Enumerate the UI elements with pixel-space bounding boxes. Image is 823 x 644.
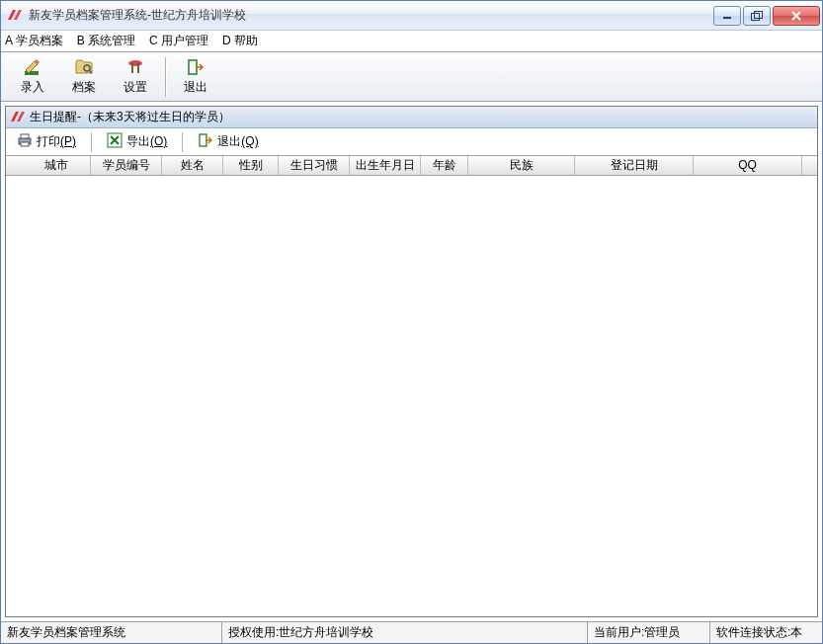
panel-titlebar: 生日提醒-（未来3天将过生日的学员） <box>6 107 817 128</box>
svg-rect-14 <box>200 134 206 146</box>
grid-column-header[interactable]: 生日习惯 <box>279 156 350 175</box>
toolbar-settings-label: 设置 <box>123 79 147 96</box>
panel-print-key: (P) <box>60 134 76 148</box>
panel-export-key: (O) <box>150 134 167 148</box>
grid-column-header[interactable]: 姓名 <box>162 156 223 175</box>
toolbar-settings-button[interactable]: 设置 <box>110 54 161 100</box>
menu-user-manage[interactable]: C 用户管理 <box>149 33 208 49</box>
svg-rect-11 <box>21 134 29 138</box>
svg-rect-2 <box>755 11 763 18</box>
toolbar-entry-button[interactable]: 录入 <box>7 54 58 100</box>
titlebar: 新友学员档案管理系统-世纪方舟培训学校 <box>1 1 822 31</box>
grid: 城市学员编号姓名性别生日习惯出生年月日年龄民族登记日期QQ <box>6 156 817 616</box>
eraser-icon <box>10 110 26 125</box>
grid-header: 城市学员编号姓名性别生日习惯出生年月日年龄民族登记日期QQ <box>6 156 817 176</box>
panel-toolbar: 打印(P) 导出(O) 退出(Q) <box>6 128 817 156</box>
panel-exit-button[interactable]: 退出(Q) <box>191 129 265 154</box>
grid-column-header[interactable]: 民族 <box>468 156 575 175</box>
exit-icon <box>186 57 206 77</box>
toolbar-archive-button[interactable]: 档案 <box>58 54 110 100</box>
pencil-icon <box>23 57 42 77</box>
close-icon <box>790 11 802 21</box>
panel-title-text: 生日提醒-（未来3天将过生日的学员） <box>30 109 230 125</box>
menu-student-archive[interactable]: A 学员档案 <box>5 33 63 49</box>
app-icon <box>7 8 23 24</box>
grid-column-header[interactable]: 出生年月日 <box>350 156 421 175</box>
toolbar-archive-label: 档案 <box>72 79 96 96</box>
panel-separator-1 <box>91 132 92 152</box>
toolbar-exit-label: 退出 <box>184 79 207 96</box>
main-toolbar: 录入 档案 设置 退出 <box>1 52 822 102</box>
excel-icon <box>107 132 123 151</box>
grid-column-header[interactable]: QQ <box>694 156 802 175</box>
panel-print-label: 打印 <box>37 134 60 148</box>
grid-column-header[interactable]: 学员编号 <box>91 156 162 175</box>
minimize-icon <box>722 11 732 21</box>
window-buttons <box>713 6 820 26</box>
toolbar-exit-button[interactable]: 退出 <box>170 54 221 100</box>
panel-exit-key: (Q) <box>241 134 258 148</box>
menu-help[interactable]: D 帮助 <box>222 33 258 49</box>
status-cell: 软件连接状态:本 <box>710 622 822 643</box>
inner-wrap: 生日提醒-（未来3天将过生日的学员） 打印(P) 导出(O) <box>1 102 822 621</box>
printer-icon <box>17 132 33 151</box>
svg-rect-7 <box>131 63 133 73</box>
settings-icon <box>125 57 145 77</box>
panel-export-button[interactable]: 导出(O) <box>100 129 174 154</box>
grid-row-selector-header[interactable] <box>6 156 22 175</box>
panel-separator-2 <box>182 132 183 152</box>
status-cell: 授权使用:世纪方舟培训学校 <box>222 622 588 643</box>
toolbar-separator <box>165 57 166 97</box>
maximize-icon <box>751 11 763 21</box>
folder-search-icon <box>74 57 94 77</box>
svg-point-6 <box>128 60 142 66</box>
panel-print-button[interactable]: 打印(P) <box>10 129 83 154</box>
svg-rect-12 <box>21 142 29 146</box>
close-button[interactable] <box>773 6 820 26</box>
grid-column-header[interactable]: 年龄 <box>421 156 468 175</box>
exit-icon <box>198 132 213 151</box>
window-title: 新友学员档案管理系统-世纪方舟培训学校 <box>29 7 713 24</box>
statusbar: 新友学员档案管理系统授权使用:世纪方舟培训学校当前用户:管理员软件连接状态:本 <box>1 621 822 643</box>
grid-column-header[interactable]: 登记日期 <box>575 156 694 175</box>
panel-export-label: 导出 <box>126 134 150 148</box>
menu-system-manage[interactable]: B 系统管理 <box>77 33 135 49</box>
menubar: A 学员档案 B 系统管理 C 用户管理 D 帮助 <box>1 31 822 52</box>
svg-rect-9 <box>189 60 197 74</box>
birthday-panel: 生日提醒-（未来3天将过生日的学员） 打印(P) 导出(O) <box>5 106 818 617</box>
grid-column-header[interactable]: 性别 <box>223 156 279 175</box>
status-cell: 新友学员档案管理系统 <box>1 622 222 643</box>
svg-rect-1 <box>752 13 760 20</box>
window-root: 新友学员档案管理系统-世纪方舟培训学校 A 学员档案 B 系统管理 C 用户管理… <box>0 0 823 644</box>
panel-exit-label: 退出 <box>217 134 241 148</box>
svg-rect-0 <box>723 17 731 19</box>
grid-column-header[interactable]: 城市 <box>22 156 91 175</box>
svg-rect-8 <box>137 63 139 73</box>
status-cell: 当前用户:管理员 <box>588 622 710 643</box>
toolbar-entry-label: 录入 <box>21 79 44 96</box>
minimize-button[interactable] <box>713 6 741 26</box>
maximize-button[interactable] <box>743 6 771 26</box>
